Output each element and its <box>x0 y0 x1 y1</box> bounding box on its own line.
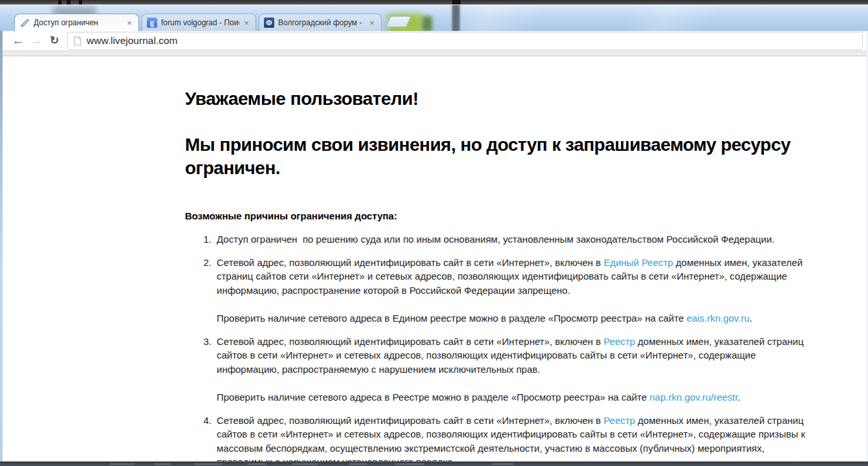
close-icon[interactable]: × <box>242 19 251 27</box>
text-run: Сетевой адрес, позволяющий идентифициров… <box>217 336 603 347</box>
browser-window: Доступ ограничен × g forum volgograd - П… <box>0 0 868 466</box>
list-item-body: Сетевой адрес, позволяющий идентифициров… <box>217 256 809 326</box>
wallpaper-mark <box>452 0 461 5</box>
reasons-label: Возможные причины ограничения доступа: <box>185 210 809 221</box>
text-run: Проверить наличие сетевого адреса в Един… <box>217 313 686 324</box>
list-item: 2. Сетевой адрес, позволяющий идентифици… <box>185 256 809 326</box>
text-run: Сетевой адрес, позволяющий идентифициров… <box>217 415 603 426</box>
text-run: Доступ ограничен по решению суда или по … <box>217 234 775 245</box>
screen-top-edge <box>0 0 868 5</box>
tab-volgograd-forum[interactable]: Ф Волгоградский форум - × <box>259 14 382 31</box>
wallpaper-mark <box>79 0 82 5</box>
inline-link[interactable]: Реестр <box>603 336 635 347</box>
tab-title: Волгоградский форум - <box>278 18 365 27</box>
taskbar-mark <box>292 463 318 465</box>
inline-link[interactable]: Единый Реестр <box>603 257 673 268</box>
apology-heading: Мы приносим свои извинения, но доступ к … <box>185 133 793 180</box>
tab-title: forum volgograd - Поиск <box>161 18 239 27</box>
wallpaper-blur <box>452 5 460 31</box>
inline-link[interactable]: Реестр <box>603 415 635 426</box>
page-viewport: Уважаемые пользователи! Мы приносим свои… <box>3 57 866 461</box>
toolbar-separator <box>0 50 868 56</box>
tab-title: Доступ ограничен <box>34 18 122 27</box>
inline-link[interactable]: eais.rkn.gov.ru <box>686 313 749 324</box>
reasons-list: 1. Доступ ограничен по решению суда или … <box>185 232 809 461</box>
reason-note: Проверить наличие сетевого адреса в Реес… <box>217 390 809 405</box>
back-icon[interactable]: ← <box>9 32 27 50</box>
google-favicon: g <box>147 17 157 28</box>
new-tab-button[interactable] <box>385 16 411 27</box>
tab-access-restricted[interactable]: Доступ ограничен × <box>14 14 139 31</box>
url-text: www.livejournal.com <box>87 35 177 47</box>
blocked-page: Уважаемые пользователи! Мы приносим свои… <box>3 57 809 461</box>
close-icon[interactable]: × <box>125 19 134 27</box>
list-item: 1. Доступ ограничен по решению суда или … <box>185 232 809 247</box>
close-icon[interactable]: × <box>367 19 376 27</box>
list-item-number: 4. <box>185 414 212 462</box>
list-item-body: Сетевой адрес, позволяющий идентифициров… <box>217 335 809 405</box>
list-item-number: 1. <box>185 232 212 247</box>
list-item-body: Сетевой адрес, позволяющий идентифициров… <box>217 414 809 462</box>
text-run: . <box>738 392 741 403</box>
tab-bar: Доступ ограничен × g forum volgograd - П… <box>14 12 409 31</box>
forward-icon[interactable]: → <box>27 32 45 50</box>
taskbar-mark <box>194 463 222 465</box>
taskbar-mark <box>110 463 135 465</box>
browser-toolbar: ← → ↻ www.livejournal.com <box>0 31 868 50</box>
wallpaper-mark <box>67 0 71 5</box>
page-title: Уважаемые пользователи! <box>185 89 809 109</box>
list-item-number: 3. <box>185 335 212 405</box>
screen-bottom-edge <box>0 461 868 466</box>
page-icon <box>74 36 81 46</box>
taskbar-mark <box>492 463 514 465</box>
wallpaper-mark <box>58 0 61 5</box>
taskbar-mark <box>395 463 424 465</box>
taskbar-mark <box>247 463 266 465</box>
tab-strip-glass: Доступ ограничен × g forum volgograd - П… <box>0 5 868 31</box>
address-bar[interactable]: www.livejournal.com <box>67 32 863 50</box>
taskbar-mark <box>349 463 367 465</box>
list-item: 4. Сетевой адрес, позволяющий идентифици… <box>185 414 809 462</box>
wallpaper-blur <box>422 16 432 31</box>
inline-link[interactable]: nap.rkn.gov.ru/reestr <box>649 392 737 403</box>
text-run: Проверить наличие сетевого адреса в Реес… <box>217 392 649 403</box>
pencil-icon <box>19 17 30 28</box>
list-item-body: Доступ ограничен по решению суда или по … <box>217 232 809 247</box>
reason-text: Сетевой адрес, позволяющий идентифициров… <box>217 414 809 462</box>
forum-favicon: Ф <box>264 17 274 28</box>
taskbar-mark <box>154 463 171 465</box>
list-item-number: 2. <box>185 256 212 326</box>
reason-text: Сетевой адрес, позволяющий идентифициров… <box>217 256 809 298</box>
list-item: 3. Сетевой адрес, позволяющий идентифици… <box>185 335 809 405</box>
reason-text: Сетевой адрес, позволяющий идентифициров… <box>217 335 809 377</box>
text-run: Сетевой адрес, позволяющий идентифициров… <box>217 257 603 268</box>
text-run: . <box>750 313 752 324</box>
reload-icon[interactable]: ↻ <box>45 32 63 50</box>
tab-google-search[interactable]: g forum volgograd - Поиск × <box>142 14 256 31</box>
reason-text: Доступ ограничен по решению суда или по … <box>217 232 809 247</box>
reason-note: Проверить наличие сетевого адреса в Един… <box>217 311 809 326</box>
